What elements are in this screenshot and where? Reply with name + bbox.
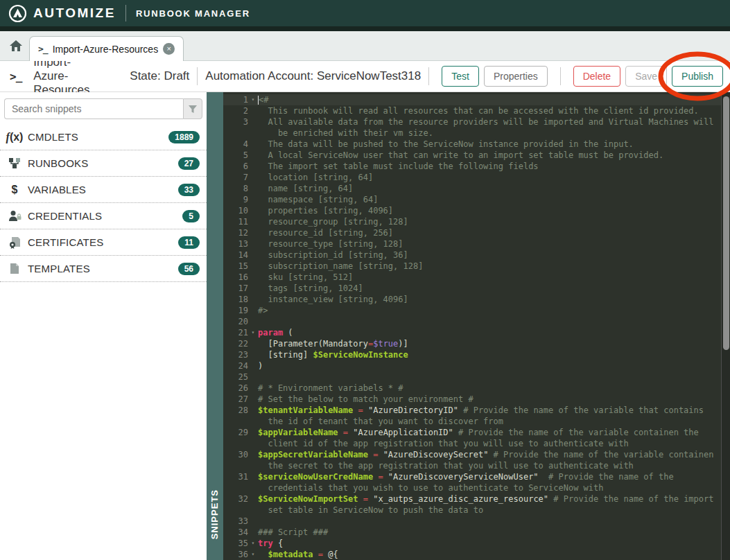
scrollbar-thumb[interactable] [723,96,729,350]
code-line[interactable]: 8 name [string, 64] [223,183,730,194]
code-text: ) [258,360,730,371]
code-line[interactable]: 10 properties [string, 4096] [223,205,730,216]
header-divider [125,5,126,21]
terminal-icon: >_ [38,44,48,54]
code-line[interactable]: credentials that you wish to use to auth… [223,482,730,493]
home-button[interactable] [6,35,26,56]
code-line[interactable]: 7 location [string, 64] [223,172,730,183]
code-line[interactable]: 25 [223,371,730,383]
code-line[interactable]: 2 This runbook will read all resources t… [223,105,730,116]
fold-arrow-icon [248,272,258,283]
code-line[interactable]: 23 [string] $ServiceNowInstance [223,349,730,360]
fold-arrow-icon[interactable]: ▾ [248,549,258,560]
code-text: try { [258,538,730,549]
fold-arrow-icon [248,338,258,349]
code-line[interactable]: 22 [Parameter(Mandatory=$true)] [223,338,730,349]
code-line[interactable]: 34### Script ### [223,527,730,538]
search-input[interactable] [4,98,183,119]
code-line[interactable]: 21▾param ( [223,327,730,338]
function-icon: f(x) [6,131,23,143]
editor-scrollbar[interactable] [721,92,730,560]
code-line[interactable]: 28$tenantVariableName = "AzureDirectoryI… [223,405,730,416]
code-line[interactable]: 35▾try { [223,538,730,549]
code-text: $metadata = @{ [258,549,730,560]
count-badge: 27 [178,157,200,170]
tab-import-azure-resources[interactable]: >_ Import-Azure-Resources × [29,36,184,61]
line-number: 22 [223,338,248,349]
code-text: instance_view [string, 4096] [258,294,730,305]
code-line[interactable]: 15 subscription_name [string, 128] [223,261,730,272]
code-line[interactable]: the secret to the app registration that … [223,460,730,471]
sidebar-item-label: CREDENTIALS [28,210,102,222]
code-line[interactable]: 18 instance_view [string, 4096] [223,294,730,305]
code-line[interactable]: 24) [223,360,730,371]
count-badge: 1889 [168,131,200,143]
sidebar-item-runbooks[interactable]: RUNBOOKS 27 [0,150,207,177]
code-line[interactable]: 19#> [223,305,730,316]
properties-button[interactable]: Properties [484,66,548,87]
code-line[interactable]: 6 The import set table must include the … [223,161,730,172]
code-line[interactable]: client id of the app registration that y… [223,438,730,449]
code-line[interactable]: 30$appSecretVariableName = "AzureDiscove… [223,449,730,460]
code-line[interactable]: 12 resource_id [string, 256] [223,227,730,238]
sidebar-item-credentials[interactable]: CREDENTIALS 5 [0,203,207,229]
code-text: A local ServiceNow user that can write t… [258,150,730,161]
code-text [258,516,730,527]
filter-button[interactable] [183,98,202,119]
fold-arrow-icon[interactable]: ▾ [248,538,258,549]
code-line[interactable]: 5 A local ServiceNow user that can write… [223,150,730,161]
fold-arrow-icon [248,172,258,183]
save-button[interactable]: Save [625,66,667,87]
tab-close-icon[interactable]: × [163,43,175,55]
code-line[interactable]: 36▾ $metadata = @{ [223,549,730,560]
line-number: 6 [223,161,248,172]
sidebar-item-templates[interactable]: TEMPLATES 56 [0,256,207,282]
code-line[interactable]: 4 The data will be pushed to the Service… [223,139,730,150]
code-line[interactable]: set table in ServiceNow to push the data… [223,505,730,516]
fold-arrow-icon [248,216,258,227]
sidebar-item-cmdlets[interactable]: f(x) CMDLETS 1889 [0,124,207,150]
fold-arrow-icon [248,394,258,405]
fold-arrow-icon [248,516,258,527]
fold-arrow-icon [248,139,258,150]
line-number: 25 [223,371,248,383]
line-number: 14 [223,250,248,261]
code-line[interactable]: 9 namespace [string, 64] [223,194,730,205]
code-line[interactable]: 26# * Environment variabels * # [223,383,730,394]
line-number: 16 [223,272,248,283]
line-number: 33 [223,516,248,527]
publish-button[interactable]: Publish [672,66,723,87]
snippets-panel-strip[interactable]: SNIPPETS [207,92,223,560]
fold-arrow-icon[interactable]: ▾ [248,327,258,338]
fold-arrow-icon [248,161,258,172]
test-button[interactable]: Test [442,66,479,87]
code-line[interactable]: 16 sku [string, 512] [223,272,730,283]
line-number: 36 [223,549,248,560]
code-line[interactable]: 3 All available data from the resource p… [223,116,730,128]
code-line[interactable]: 11 resource_group [string, 128] [223,216,730,227]
sidebar-item-certificates[interactable]: CERTIFICATES 11 [0,229,207,256]
code-line[interactable]: the id of tenant that you want to discov… [223,416,730,427]
code-line[interactable]: 32$ServiceNowImportSet = "x_autps_azure_… [223,493,730,505]
code-line[interactable]: 27# Set the below to match your environm… [223,394,730,405]
code-line[interactable]: 13 resource_type [string, 128] [223,238,730,250]
code-editor[interactable]: 1▾<#2 This runbook will read all resourc… [223,92,730,560]
code-text: resource_group [string, 128] [258,216,730,227]
code-line[interactable]: be enriched with their vm size. [223,128,730,139]
code-text: resource_type [string, 128] [258,238,730,250]
code-line[interactable]: 31$serviceNowUserCredName = "AzureDiscov… [223,471,730,482]
code-line[interactable]: 1▾<# [223,94,730,105]
snippet-categories: f(x) CMDLETS 1889 RUNBOOKS 27 $ VARIABLE… [0,124,207,282]
code-line[interactable]: 29$appVariableName = "AzureApplicationID… [223,427,730,438]
fold-arrow-icon [248,416,258,427]
fold-arrow-icon [248,360,258,371]
toolbar-divider [197,67,198,85]
delete-button[interactable]: Delete [573,66,620,87]
code-line[interactable]: 17 tags [string, 1024] [223,283,730,294]
code-line[interactable]: 20 [223,316,730,327]
code-line[interactable]: 14 subscription_id [string, 36] [223,250,730,261]
code-line[interactable]: 33 [223,516,730,527]
fold-arrow-icon[interactable]: ▾ [248,94,258,105]
template-icon [6,263,23,274]
sidebar-item-variables[interactable]: $ VARIABLES 33 [0,177,207,203]
